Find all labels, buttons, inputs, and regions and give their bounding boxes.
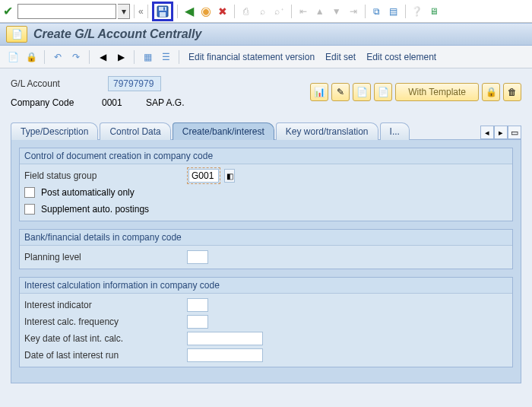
customize-icon[interactable]: 🖥 <box>426 4 442 19</box>
interest-indicator-label: Interest indicator <box>24 300 184 310</box>
tab-info[interactable]: I... <box>380 122 410 140</box>
delete-button[interactable]: 🗑 <box>503 83 521 101</box>
company-code-label: Company Code <box>11 97 96 108</box>
first-page-icon[interactable]: ⇤ <box>296 4 311 19</box>
group-bank-details: Bank/financial details in company code P… <box>19 229 513 269</box>
group-title: Interest calculation information in comp… <box>20 278 512 294</box>
layout-tool-icon[interactable]: ▦ <box>141 50 154 64</box>
gl-account-label: G/L Account <box>11 78 102 89</box>
tab-type-description[interactable]: Type/Description <box>11 122 98 140</box>
next-icon[interactable]: ▶ <box>114 50 128 64</box>
doc1-icon[interactable]: 📄 <box>353 83 371 101</box>
app-toolbar: 📄 🔒 ↶ ↷ ◀ ▶ ▦ ☰ Edit financial statement… <box>0 46 532 68</box>
svg-rect-1 <box>159 7 166 11</box>
company-code-name: SAP A.G. <box>146 97 184 108</box>
tab-keyword-translation[interactable]: Key word/translation <box>276 122 378 140</box>
prev-page-icon[interactable]: ▲ <box>312 4 328 19</box>
tab-list[interactable]: ▭ <box>508 126 521 139</box>
lock-icon[interactable]: 🔒 <box>24 50 38 64</box>
svg-rect-3 <box>163 7 165 10</box>
tab-content: Control of document creation in company … <box>11 139 521 383</box>
prev-icon[interactable]: ◀ <box>96 50 109 64</box>
next-page-icon[interactable]: ▼ <box>329 4 344 19</box>
keydate-input[interactable] <box>187 332 263 345</box>
field-status-group-input[interactable] <box>188 169 219 183</box>
filter-icon[interactable]: ☰ <box>159 50 173 64</box>
enter-icon[interactable]: ✔ <box>3 4 13 18</box>
svg-rect-2 <box>160 12 166 17</box>
last-page-icon[interactable]: ⇥ <box>346 4 361 19</box>
interest-freq-label: Interest calc. frequency <box>24 316 184 327</box>
new-session-icon[interactable]: ⧉ <box>369 4 385 19</box>
lastrun-input[interactable] <box>187 348 263 362</box>
command-dropdown[interactable]: ▾ <box>118 4 130 19</box>
keydate-label: Key date of last int. calc. <box>24 333 184 344</box>
undo-icon[interactable]: ↶ <box>51 50 65 64</box>
tab-control-data[interactable]: Control Data <box>100 122 170 140</box>
fsg-input-wrap <box>187 167 220 184</box>
planning-level-input[interactable] <box>187 250 208 264</box>
redo-icon[interactable]: ↷ <box>69 50 83 64</box>
edit-cost-link[interactable]: Edit cost element <box>363 50 439 64</box>
group-title: Bank/financial details in company code <box>20 230 512 246</box>
f4-help-icon[interactable]: ◧ <box>224 169 235 183</box>
history-back-icon[interactable]: « <box>138 6 144 17</box>
group-title: Control of document creation in company … <box>20 148 512 164</box>
group-interest-calc: Interest calculation information in comp… <box>19 277 513 367</box>
post-auto-checkbox[interactable] <box>24 187 35 198</box>
doc2-icon[interactable]: 📄 <box>374 83 392 101</box>
edit-set-link[interactable]: Edit set <box>322 50 359 64</box>
post-auto-label: Post automatically only <box>41 187 135 198</box>
with-template-button[interactable]: With Template <box>395 83 479 101</box>
command-field[interactable] <box>17 4 116 19</box>
tabstrip: Type/Description Control Data Create/ban… <box>11 122 521 139</box>
cancel-icon[interactable]: ✖ <box>215 4 230 19</box>
tab-create-bank-interest[interactable]: Create/bank/interest <box>173 122 274 140</box>
action-bar: 📊 ✎ 📄 📄 With Template 🔒 🗑 <box>310 83 521 101</box>
interest-indicator-input[interactable] <box>187 298 208 312</box>
field-status-group-label: Field status group <box>24 170 184 181</box>
main-area: G/L Account 79797979 Company Code 0001 S… <box>0 68 532 407</box>
planning-level-label: Planning level <box>24 252 184 262</box>
system-toolbar: ✔ ▾ « ◀ ◉ ✖ ⎙ ⌕ ⌕⁺ ⇤ ▲ ▼ ⇥ ⧉ ▤ ❔ 🖥 <box>0 0 532 23</box>
page-title: Create G/L Account Centrally <box>33 27 201 41</box>
transaction-icon: 📄 <box>6 26 27 43</box>
print-icon[interactable]: ⎙ <box>239 4 254 19</box>
layout-icon[interactable]: ▤ <box>386 4 401 19</box>
ledger-icon[interactable]: 📊 <box>310 83 328 101</box>
supplement-auto-checkbox[interactable] <box>24 204 35 215</box>
supplement-auto-label: Supplement auto. postings <box>41 204 149 215</box>
help-icon[interactable]: ❔ <box>410 4 425 19</box>
edit-fsv-link[interactable]: Edit financial statement version <box>185 50 318 64</box>
lastrun-label: Date of last interest run <box>24 350 184 361</box>
edit-icon[interactable]: ✎ <box>331 83 350 101</box>
save-button[interactable] <box>155 4 170 19</box>
group-document-control: Control of document creation in company … <box>19 148 513 221</box>
back-icon[interactable]: ◀ <box>182 4 197 19</box>
company-code-value[interactable]: 0001 <box>102 97 140 108</box>
find-icon[interactable]: ⌕ <box>255 4 271 19</box>
tab-scroll-right[interactable]: ▸ <box>494 126 508 139</box>
lock-button[interactable]: 🔒 <box>482 83 500 101</box>
save-highlight <box>152 2 173 21</box>
exit-icon[interactable]: ◉ <box>198 4 214 19</box>
title-bar: 📄 Create G/L Account Centrally <box>0 23 532 46</box>
gl-account-value[interactable]: 79797979 <box>108 76 161 91</box>
tab-scroll-left[interactable]: ◂ <box>480 126 494 139</box>
interest-freq-input[interactable] <box>187 315 208 329</box>
create-icon[interactable]: 📄 <box>6 50 20 64</box>
find-next-icon[interactable]: ⌕⁺ <box>272 4 287 19</box>
